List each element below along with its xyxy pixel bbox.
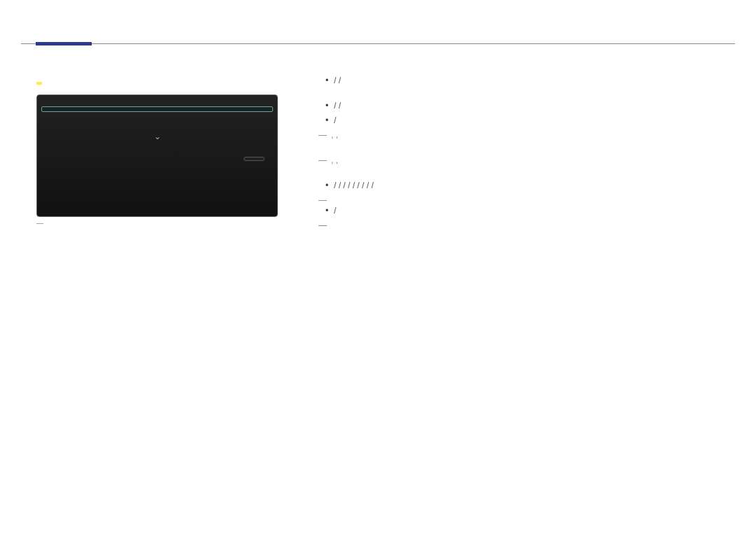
chevron-down-icon[interactable]: ⌄ <box>37 129 277 141</box>
top-rule <box>21 43 735 44</box>
bullet-ps-opts2: / <box>318 114 724 127</box>
settings-mock-panel: ⌄ <box>36 94 278 217</box>
top-accent <box>36 42 92 45</box>
bullet-ps-opts1: / / <box>318 99 724 112</box>
dd-dash: , , <box>318 154 724 167</box>
settings-highlight <box>36 82 42 85</box>
mock-row-default-storage[interactable] <box>41 106 273 112</box>
close-button[interactable] <box>244 157 265 161</box>
mock-subtitle <box>37 99 277 106</box>
bullet-co-opts: / <box>318 204 724 217</box>
ps-dash: , , <box>318 129 724 141</box>
right-column: / / / / / , , , , / / / / / / / / / / <box>318 70 724 219</box>
left-column: ⌄ <box>36 66 302 219</box>
bullet-te-opts: / / / / / / / / / <box>318 179 724 192</box>
bullet-default-storage-options: / / <box>318 74 724 87</box>
